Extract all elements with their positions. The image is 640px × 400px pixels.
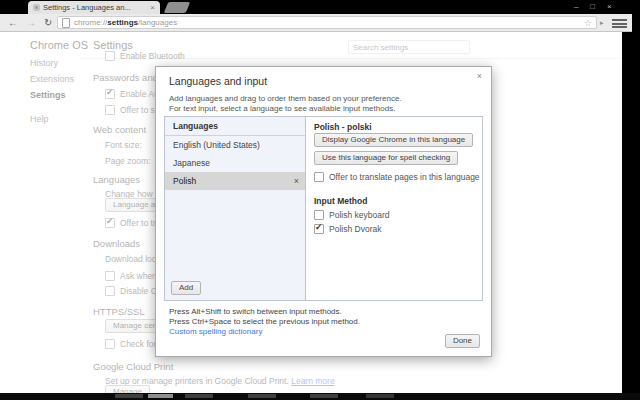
page-zoom-label: Page zoom: <box>105 156 150 166</box>
forward-icon[interactable]: → <box>26 16 36 29</box>
add-language-button[interactable]: Add <box>171 281 201 295</box>
back-icon[interactable]: ← <box>8 16 18 29</box>
language-item-english[interactable]: English (United States) <box>165 136 305 154</box>
page-title: Settings <box>93 39 133 51</box>
browser-toolbar: ← → ↻ chrome://settings/languages ☆ ▸ <box>0 14 632 32</box>
checkbox-label: Polish keyboard <box>329 210 389 220</box>
checkbox-icon[interactable] <box>314 210 324 220</box>
checkbox-checked-icon[interactable] <box>314 224 324 234</box>
product-title: Chrome OS <box>30 39 88 51</box>
bookmark-star-icon[interactable]: ☆ <box>584 18 592 28</box>
url-text: chrome://settings/languages <box>74 18 580 27</box>
checkbox-icon[interactable] <box>105 286 115 296</box>
bluetooth-checkbox[interactable]: Enable Bluetooth <box>105 51 185 61</box>
browser-tab[interactable]: Settings - Languages an... × <box>28 1 160 14</box>
checkbox-label: Enable Bluetooth <box>120 51 185 61</box>
language-item-polish[interactable]: Polish × <box>165 172 305 190</box>
description-line-2: For text input, select a language to see… <box>169 104 402 114</box>
shelf-item <box>115 394 143 398</box>
checkbox-icon[interactable] <box>105 339 115 349</box>
custom-spelling-dictionary-link[interactable]: Custom spelling dictionary <box>169 327 262 336</box>
sidebar-item-extensions[interactable]: Extensions <box>30 74 74 84</box>
dialog-title: Languages and input <box>169 75 267 87</box>
languages-list-header: Languages <box>165 117 305 136</box>
checkbox-checked-icon[interactable] <box>105 89 115 99</box>
cloud-print-heading: Google Cloud Print <box>93 361 173 372</box>
display-chrome-language-button[interactable]: Display Google Chrome in this language <box>314 133 473 147</box>
input-method-header: Input Method <box>314 196 367 206</box>
shelf-item <box>310 394 338 398</box>
note-line-2: Press Ctrl+Space to select the previous … <box>169 317 360 327</box>
description-line-1: Add languages and drag to order them bas… <box>169 94 402 104</box>
window-minimize-icon[interactable]: – <box>574 2 578 12</box>
menu-icon[interactable] <box>612 19 627 28</box>
https-heading: HTTPS/SSL <box>93 306 145 317</box>
polish-keyboard-checkbox[interactable]: Polish keyboard <box>314 210 389 220</box>
downloads-heading: Downloads <box>93 238 140 249</box>
shortcut-notes: Press Alt+Shift to switch between input … <box>169 307 360 326</box>
web-content-heading: Web content <box>93 124 146 135</box>
dialog-description: Add languages and drag to order them bas… <box>169 94 402 113</box>
url-host: settings <box>107 18 138 27</box>
settings-favicon-icon <box>33 4 40 11</box>
settings-page: Chrome OS Settings History Extensions Se… <box>0 32 622 393</box>
languages-list-panel: Languages English (United States) Japane… <box>165 117 306 300</box>
url-prefix: chrome:// <box>74 18 107 27</box>
checkbox-icon[interactable] <box>314 172 324 182</box>
reload-icon[interactable]: ↻ <box>44 16 52 29</box>
window-close-icon[interactable]: × <box>607 2 612 12</box>
checkbox-label: Offer to translate pages in this languag… <box>329 172 480 182</box>
checkbox-icon[interactable] <box>105 51 115 61</box>
remove-language-icon[interactable]: × <box>294 172 299 190</box>
sidebar-item-history[interactable]: History <box>30 58 58 68</box>
chromeos-screen: Settings - Languages an... × – □ × ← → ↻… <box>0 0 640 400</box>
languages-panel: Languages English (United States) Japane… <box>164 116 483 301</box>
language-detail-panel: Polish - polski Display Google Chrome in… <box>306 117 482 300</box>
shelf-item <box>148 394 173 398</box>
checkbox-icon[interactable] <box>105 271 115 281</box>
shelf-item <box>366 394 394 398</box>
language-item-japanese[interactable]: Japanese <box>165 154 305 172</box>
window-maximize-icon[interactable]: □ <box>590 2 595 12</box>
shelf-item <box>185 394 213 398</box>
checkbox-checked-icon[interactable] <box>105 218 115 228</box>
use-spellcheck-language-button[interactable]: Use this language for spell checking <box>314 151 458 165</box>
sidebar-item-settings[interactable]: Settings <box>30 90 66 100</box>
done-button[interactable]: Done <box>445 334 480 348</box>
offer-translate-checkbox[interactable]: Offer to translate pages in this languag… <box>314 172 480 182</box>
sidebar-item-help[interactable]: Help <box>30 114 49 124</box>
languages-input-dialog: Languages and input × Add languages and … <box>155 66 492 357</box>
language-item-label: Polish <box>173 176 196 186</box>
new-tab-button[interactable] <box>164 2 190 13</box>
url-path: /languages <box>138 18 177 27</box>
detail-title: Polish - polski <box>314 122 372 132</box>
shelf-item <box>248 394 276 398</box>
learn-more-link[interactable]: Learn more <box>291 376 334 386</box>
checkbox-label: Polish Dvorak <box>329 224 381 234</box>
shelf-bar <box>0 393 640 400</box>
checkbox-icon[interactable] <box>105 105 115 115</box>
url-bar[interactable]: chrome://settings/languages ☆ <box>57 16 597 29</box>
dialog-close-icon[interactable]: × <box>477 71 482 81</box>
manage-printers-button[interactable]: Manage <box>105 385 150 393</box>
languages-heading: Languages <box>93 174 140 185</box>
page-icon <box>62 18 70 28</box>
font-size-label: Font size: <box>105 140 142 150</box>
note-line-1: Press Alt+Shift to switch between input … <box>169 307 360 317</box>
polish-dvorak-checkbox[interactable]: Polish Dvorak <box>314 224 381 234</box>
tab-close-icon[interactable]: × <box>150 4 155 12</box>
extension-icon[interactable]: ▸ <box>600 19 604 27</box>
tab-title: Settings - Languages an... <box>43 3 147 12</box>
search-settings-input[interactable] <box>348 40 470 54</box>
